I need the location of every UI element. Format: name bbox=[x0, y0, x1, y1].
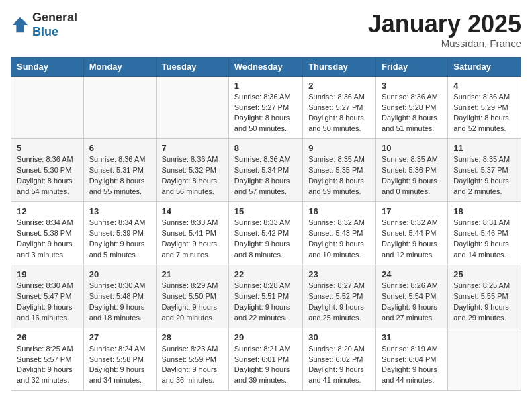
day-number: 15 bbox=[234, 206, 297, 216]
day-info: Sunrise: 8:36 AM Sunset: 5:27 PM Dayligh… bbox=[308, 92, 370, 135]
weekday-header-friday: Friday bbox=[376, 57, 448, 76]
day-info: Sunrise: 8:36 AM Sunset: 5:31 PM Dayligh… bbox=[89, 154, 150, 197]
calendar-cell bbox=[448, 328, 521, 391]
logo-icon bbox=[11, 15, 30, 34]
day-number: 29 bbox=[234, 332, 297, 342]
calendar-cell: 5Sunrise: 8:36 AM Sunset: 5:30 PM Daylig… bbox=[11, 139, 84, 202]
weekday-header-row: SundayMondayTuesdayWednesdayThursdayFrid… bbox=[11, 57, 521, 76]
calendar-cell: 25Sunrise: 8:25 AM Sunset: 5:55 PM Dayli… bbox=[448, 265, 521, 328]
day-info: Sunrise: 8:26 AM Sunset: 5:54 PM Dayligh… bbox=[382, 281, 442, 324]
calendar-cell: 1Sunrise: 8:36 AM Sunset: 5:27 PM Daylig… bbox=[228, 76, 302, 139]
day-info: Sunrise: 8:36 AM Sunset: 5:30 PM Dayligh… bbox=[17, 154, 78, 197]
day-info: Sunrise: 8:32 AM Sunset: 5:43 PM Dayligh… bbox=[308, 218, 370, 261]
calendar-cell: 18Sunrise: 8:31 AM Sunset: 5:46 PM Dayli… bbox=[448, 202, 521, 265]
day-number: 22 bbox=[234, 269, 297, 279]
calendar-cell: 4Sunrise: 8:36 AM Sunset: 5:29 PM Daylig… bbox=[448, 76, 521, 139]
day-info: Sunrise: 8:25 AM Sunset: 5:55 PM Dayligh… bbox=[453, 281, 515, 324]
calendar-cell: 2Sunrise: 8:36 AM Sunset: 5:27 PM Daylig… bbox=[303, 76, 376, 139]
day-number: 25 bbox=[453, 269, 515, 279]
day-info: Sunrise: 8:28 AM Sunset: 5:51 PM Dayligh… bbox=[234, 281, 297, 324]
day-number: 26 bbox=[17, 332, 78, 342]
day-info: Sunrise: 8:30 AM Sunset: 5:47 PM Dayligh… bbox=[17, 281, 78, 324]
day-info: Sunrise: 8:34 AM Sunset: 5:38 PM Dayligh… bbox=[17, 218, 78, 261]
day-number: 31 bbox=[382, 332, 442, 342]
calendar-cell: 29Sunrise: 8:21 AM Sunset: 6:01 PM Dayli… bbox=[228, 328, 302, 391]
day-number: 21 bbox=[162, 269, 223, 279]
calendar-cell bbox=[11, 76, 84, 139]
calendar-cell: 26Sunrise: 8:25 AM Sunset: 5:57 PM Dayli… bbox=[11, 328, 84, 391]
day-info: Sunrise: 8:35 AM Sunset: 5:35 PM Dayligh… bbox=[308, 154, 370, 197]
day-number: 1 bbox=[234, 81, 297, 91]
day-info: Sunrise: 8:36 AM Sunset: 5:34 PM Dayligh… bbox=[234, 154, 297, 197]
calendar-week-4: 19Sunrise: 8:30 AM Sunset: 5:47 PM Dayli… bbox=[11, 265, 521, 328]
weekday-header-thursday: Thursday bbox=[303, 57, 376, 76]
weekday-header-sunday: Sunday bbox=[11, 57, 84, 76]
calendar-cell: 3Sunrise: 8:36 AM Sunset: 5:28 PM Daylig… bbox=[376, 76, 448, 139]
weekday-header-saturday: Saturday bbox=[448, 57, 521, 76]
day-info: Sunrise: 8:29 AM Sunset: 5:50 PM Dayligh… bbox=[162, 281, 223, 324]
calendar-cell: 6Sunrise: 8:36 AM Sunset: 5:31 PM Daylig… bbox=[83, 139, 156, 202]
calendar-cell: 23Sunrise: 8:27 AM Sunset: 5:52 PM Dayli… bbox=[303, 265, 376, 328]
calendar-cell: 19Sunrise: 8:30 AM Sunset: 5:47 PM Dayli… bbox=[11, 265, 84, 328]
calendar-cell: 11Sunrise: 8:35 AM Sunset: 5:37 PM Dayli… bbox=[448, 139, 521, 202]
day-number: 3 bbox=[382, 81, 442, 91]
calendar-week-3: 12Sunrise: 8:34 AM Sunset: 5:38 PM Dayli… bbox=[11, 202, 521, 265]
day-info: Sunrise: 8:33 AM Sunset: 5:42 PM Dayligh… bbox=[234, 218, 297, 261]
day-number: 20 bbox=[89, 269, 150, 279]
day-number: 30 bbox=[308, 332, 370, 342]
day-info: Sunrise: 8:34 AM Sunset: 5:39 PM Dayligh… bbox=[89, 218, 150, 261]
day-number: 27 bbox=[89, 332, 150, 342]
day-info: Sunrise: 8:19 AM Sunset: 6:04 PM Dayligh… bbox=[382, 344, 442, 387]
calendar-cell: 14Sunrise: 8:33 AM Sunset: 5:41 PM Dayli… bbox=[156, 202, 228, 265]
logo-blue: Blue bbox=[32, 25, 58, 38]
day-info: Sunrise: 8:24 AM Sunset: 5:58 PM Dayligh… bbox=[89, 344, 150, 387]
calendar-cell: 20Sunrise: 8:30 AM Sunset: 5:48 PM Dayli… bbox=[83, 265, 156, 328]
day-number: 17 bbox=[382, 206, 442, 216]
day-info: Sunrise: 8:32 AM Sunset: 5:44 PM Dayligh… bbox=[382, 218, 442, 261]
calendar-cell bbox=[156, 76, 228, 139]
calendar-cell: 28Sunrise: 8:23 AM Sunset: 5:59 PM Dayli… bbox=[156, 328, 228, 391]
day-info: Sunrise: 8:31 AM Sunset: 5:46 PM Dayligh… bbox=[453, 218, 515, 261]
day-info: Sunrise: 8:36 AM Sunset: 5:27 PM Dayligh… bbox=[234, 92, 297, 135]
day-number: 12 bbox=[17, 206, 78, 216]
calendar-cell bbox=[83, 76, 156, 139]
day-info: Sunrise: 8:35 AM Sunset: 5:36 PM Dayligh… bbox=[382, 154, 442, 197]
calendar-cell: 16Sunrise: 8:32 AM Sunset: 5:43 PM Dayli… bbox=[303, 202, 376, 265]
day-number: 10 bbox=[382, 143, 442, 153]
calendar-cell: 31Sunrise: 8:19 AM Sunset: 6:04 PM Dayli… bbox=[376, 328, 448, 391]
day-info: Sunrise: 8:30 AM Sunset: 5:48 PM Dayligh… bbox=[89, 281, 150, 324]
day-number: 2 bbox=[308, 81, 370, 91]
calendar-cell: 12Sunrise: 8:34 AM Sunset: 5:38 PM Dayli… bbox=[11, 202, 84, 265]
day-number: 7 bbox=[162, 143, 223, 153]
weekday-header-tuesday: Tuesday bbox=[156, 57, 228, 76]
logo-general: General bbox=[32, 11, 77, 24]
logo: General Blue bbox=[11, 11, 77, 39]
calendar-cell: 24Sunrise: 8:26 AM Sunset: 5:54 PM Dayli… bbox=[376, 265, 448, 328]
title-block: January 2025 Mussidan, France bbox=[368, 11, 521, 49]
calendar-cell: 9Sunrise: 8:35 AM Sunset: 5:35 PM Daylig… bbox=[303, 139, 376, 202]
day-number: 24 bbox=[382, 269, 442, 279]
day-info: Sunrise: 8:27 AM Sunset: 5:52 PM Dayligh… bbox=[308, 281, 370, 324]
day-number: 14 bbox=[162, 206, 223, 216]
calendar-week-1: 1Sunrise: 8:36 AM Sunset: 5:27 PM Daylig… bbox=[11, 76, 521, 139]
calendar-table: SundayMondayTuesdayWednesdayThursdayFrid… bbox=[11, 57, 521, 392]
day-info: Sunrise: 8:20 AM Sunset: 6:02 PM Dayligh… bbox=[308, 344, 370, 387]
month-title: January 2025 bbox=[368, 11, 521, 38]
day-number: 5 bbox=[17, 143, 78, 153]
day-number: 4 bbox=[453, 81, 515, 91]
page-header: General Blue January 2025 Mussidan, Fran… bbox=[11, 11, 521, 49]
day-number: 23 bbox=[308, 269, 370, 279]
day-info: Sunrise: 8:36 AM Sunset: 5:28 PM Dayligh… bbox=[382, 92, 442, 135]
calendar-week-5: 26Sunrise: 8:25 AM Sunset: 5:57 PM Dayli… bbox=[11, 328, 521, 391]
calendar-cell: 21Sunrise: 8:29 AM Sunset: 5:50 PM Dayli… bbox=[156, 265, 228, 328]
calendar-cell: 22Sunrise: 8:28 AM Sunset: 5:51 PM Dayli… bbox=[228, 265, 302, 328]
calendar-cell: 30Sunrise: 8:20 AM Sunset: 6:02 PM Dayli… bbox=[303, 328, 376, 391]
weekday-header-wednesday: Wednesday bbox=[228, 57, 302, 76]
calendar-cell: 7Sunrise: 8:36 AM Sunset: 5:32 PM Daylig… bbox=[156, 139, 228, 202]
day-number: 19 bbox=[17, 269, 78, 279]
location-title: Mussidan, France bbox=[368, 38, 521, 49]
day-info: Sunrise: 8:36 AM Sunset: 5:29 PM Dayligh… bbox=[453, 92, 515, 135]
day-number: 16 bbox=[308, 206, 370, 216]
day-info: Sunrise: 8:23 AM Sunset: 5:59 PM Dayligh… bbox=[162, 344, 223, 387]
day-number: 11 bbox=[453, 143, 515, 153]
